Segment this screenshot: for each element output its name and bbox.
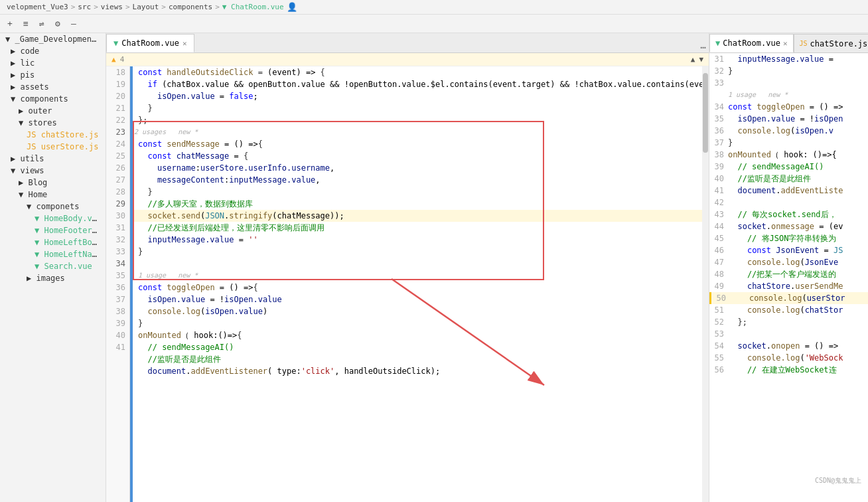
code-line-34-hint: 1 usage new *: [133, 270, 702, 282]
scroll-thumb[interactable]: [703, 73, 708, 153]
sidebar-item-utils[interactable]: ▶ utils: [0, 153, 106, 165]
code-content: const handleOutsideClick = (event) => { …: [133, 66, 702, 502]
sidebar-item-pis[interactable]: ▶ pis: [0, 69, 106, 81]
sidebar-item-images[interactable]: ▶ images: [0, 272, 106, 284]
right-line-53: 53: [709, 328, 868, 340]
sync-button[interactable]: ⇌: [35, 17, 49, 31]
add-button[interactable]: +: [3, 17, 17, 31]
sidebar: ▼ _Game_Development_Vue3 ▶ code ▶ lic ▶ …: [0, 33, 106, 502]
code-line-31: inputMessage.value = '': [133, 234, 702, 246]
breadcrumb-components: components: [169, 3, 212, 11]
breadcrumb-layout: Layout: [133, 3, 159, 11]
right-code: 31 inputMessage.value = 32 } 33 1 usage …: [709, 53, 868, 502]
nav-up-icon[interactable]: ▲: [691, 55, 695, 64]
tab-menu-icon[interactable]: ⋯: [701, 42, 706, 52]
left-tab-bar: ▼ ChatRoom.vue ✕ ⋯: [106, 33, 709, 53]
right-line-34-hint: 1 usage new *: [709, 89, 868, 101]
right-line-44: 44 socket.onmessage = (ev: [709, 220, 868, 232]
left-scrollbar[interactable]: [702, 66, 709, 502]
breadcrumb-bar: velopment_Vue3 > src > views > Layout > …: [0, 0, 868, 15]
sidebar-item-homefooter[interactable]: ▼ HomeFooter.vue: [0, 224, 106, 236]
code-line-32: }: [133, 246, 702, 258]
tab-label: ChatRoom.vue: [121, 39, 179, 48]
line-numbers: 18 19 20 21 22 23 24 25 26 27 28 29 30 3…: [106, 66, 130, 502]
sidebar-item-blog[interactable]: ▶ Blog: [0, 177, 106, 189]
right-line-33: 33: [709, 77, 868, 89]
right-line-48: 48 //把某一个客户端发送的: [709, 268, 868, 280]
code-line-38: onMounted（ hook: ()=>{: [133, 329, 702, 341]
code-line-39: // sendMessageAI(): [133, 341, 702, 353]
sidebar-item-home[interactable]: ▼ Home: [0, 189, 106, 201]
right-line-49: 49 chatStore.userSendMe: [709, 280, 868, 292]
right-line-51: 51 console.log(chatStor: [709, 304, 868, 316]
code-line-19: if (chatBox.value && openButton.value &&…: [133, 78, 702, 90]
settings-icon[interactable]: ⚙: [50, 17, 65, 31]
right-line-40: 40 //监听是否是此组件: [709, 173, 868, 185]
sidebar-item-search[interactable]: ▼ Search.vue: [0, 260, 106, 272]
sidebar-item-userstore[interactable]: JS userStore.js: [0, 141, 106, 153]
sidebar-item-outer[interactable]: ▶ outer: [0, 105, 106, 117]
sidebar-item-componets[interactable]: ▼ componets: [0, 201, 106, 212]
left-tab-chatroom[interactable]: ▼ ChatRoom.vue ✕: [106, 34, 194, 52]
right-line-38: 38 onMounted（ hook: ()=>{: [709, 149, 868, 161]
minimize-button[interactable]: –: [66, 17, 81, 31]
code-line-27: }: [133, 186, 702, 198]
tab-close-icon[interactable]: ✕: [182, 39, 187, 48]
right-line-36: 36 console.log(isOpen.v: [709, 125, 868, 137]
right-tab-chatstore[interactable]: JS chatStore.js: [794, 34, 868, 52]
sidebar-item-homeleftbody[interactable]: ▼ HomeLeftBody.vue: [0, 236, 106, 248]
right-tab-bar: ▼ ChatRoom.vue ✕ JS chatStore.js: [709, 33, 868, 53]
sidebar-item-homeleftnav[interactable]: ▼ HomeLeftNav.vue: [0, 248, 106, 260]
code-line-29: socket.send(JSON.stringify(chatMessage))…: [133, 210, 702, 222]
sidebar-item-chatstore[interactable]: JS chatStore.js: [0, 129, 106, 141]
right-line-55: 55 console.log('WebSock: [709, 352, 868, 364]
warning-icon: ▲: [111, 55, 116, 64]
right-tab-close[interactable]: ✕: [783, 39, 788, 48]
right-line-47: 47 console.log(JsonEve: [709, 256, 868, 268]
right-line-46: 46 const JsonEvent = JS: [709, 244, 868, 256]
code-line-26: messageContent:inputMessage.value,: [133, 174, 702, 186]
sidebar-item-components[interactable]: ▼ components: [0, 93, 106, 105]
sidebar-item-lic[interactable]: ▶ lic: [0, 57, 106, 69]
menu-button[interactable]: ≡: [19, 17, 33, 31]
sidebar-item-views[interactable]: ▼ views: [0, 165, 106, 177]
code-line-35: isOpen.value = !isOpen.value: [133, 293, 702, 305]
code-line-33: [133, 258, 702, 270]
code-line-37: }: [133, 317, 702, 329]
right-line-32: 32 }: [709, 65, 868, 77]
warning-count: 4: [120, 55, 125, 64]
code-line-41: document.addEventListener( type: 'click'…: [133, 365, 702, 377]
code-line-24: const chatMessage = {: [133, 150, 702, 162]
sidebar-item-stores[interactable]: ▼ stores: [0, 117, 106, 129]
code-line-28: //多人聊天室，数据到数据库: [133, 198, 702, 210]
nav-down-icon[interactable]: ▼: [699, 55, 703, 64]
sidebar-item-homebody[interactable]: ▼ HomeBody.vue: [0, 212, 106, 224]
code-line-20: isOpen.value = false;: [133, 90, 702, 102]
right-line-45: 45 // 将JSON字符串转换为: [709, 232, 868, 244]
main-layout: ▼ _Game_Development_Vue3 ▶ code ▶ lic ▶ …: [0, 33, 868, 502]
warning-bar: ▲ 4 ▲ ▼: [106, 53, 709, 66]
right-line-39: 39 // sendMessageAI(): [709, 161, 868, 173]
left-editor-wrapper: 18 19 20 21 22 23 24 25 26 27 28 29 30 3…: [106, 66, 709, 502]
code-line-34: const toggleOpen = () =>{: [133, 282, 702, 293]
right-panel: ▼ ChatRoom.vue ✕ JS chatStore.js 31 inpu…: [709, 33, 868, 502]
sidebar-item-code[interactable]: ▶ code: [0, 45, 106, 57]
sidebar-item-assets[interactable]: ▶ assets: [0, 81, 106, 93]
right-line-43: 43 // 每次socket.send后，: [709, 209, 868, 220]
right-tab-chatroom[interactable]: ▼ ChatRoom.vue ✕: [709, 34, 794, 52]
right-line-42: 42: [709, 197, 868, 209]
code-line-23b: const sendMessage = () =>{: [133, 138, 702, 150]
left-code-editor[interactable]: 18 19 20 21 22 23 24 25 26 27 28 29 30 3…: [106, 66, 709, 502]
icon-toolbar: + ≡ ⇌ ⚙ –: [0, 15, 868, 33]
code-line-40: //监听是否是此组件: [133, 353, 702, 365]
right-line-31: 31 inputMessage.value =: [709, 53, 868, 65]
left-editor: ▼ ChatRoom.vue ✕ ⋯ ▲ 4 ▲ ▼ 18 19 20: [106, 33, 709, 502]
user-icon: 👤: [287, 2, 297, 12]
breadcrumb-project: velopment_Vue3: [7, 3, 68, 11]
right-line-37: 37 }: [709, 137, 868, 149]
code-line-21: }: [133, 102, 702, 114]
code-line-36: console.log(isOpen.value): [133, 305, 702, 317]
right-line-35: 35 isOpen.value = !isOpen: [709, 113, 868, 125]
code-line-25: username:userStore.userInfo.username,: [133, 162, 702, 174]
sidebar-item-project[interactable]: ▼ _Game_Development_Vue3: [0, 33, 106, 45]
